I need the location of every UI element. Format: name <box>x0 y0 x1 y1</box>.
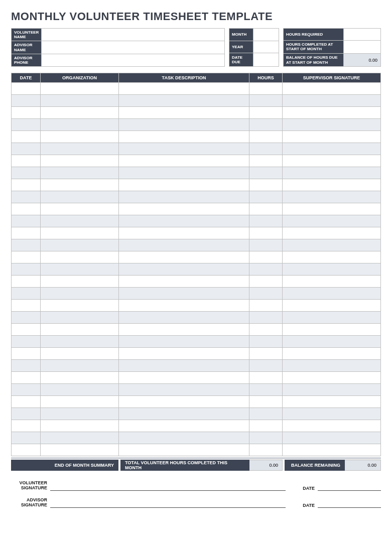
cell-input[interactable] <box>12 408 41 420</box>
cell-input[interactable] <box>41 360 119 372</box>
cell-input[interactable] <box>41 312 119 324</box>
cell-input[interactable] <box>41 155 119 167</box>
advisor-date-line[interactable] <box>318 501 381 508</box>
cell-input[interactable] <box>12 143 41 155</box>
cell-input[interactable] <box>41 239 119 251</box>
cell-input[interactable] <box>119 239 249 251</box>
cell-input[interactable] <box>12 324 41 336</box>
cell-input[interactable] <box>12 179 41 191</box>
cell-input[interactable] <box>283 131 381 143</box>
cell-input[interactable] <box>283 215 381 227</box>
cell-input[interactable] <box>283 119 381 131</box>
cell-input[interactable] <box>41 444 119 456</box>
advisor-name-input[interactable] <box>42 41 225 54</box>
cell-input[interactable] <box>41 251 119 263</box>
cell-input[interactable] <box>41 348 119 360</box>
hours-required-input[interactable] <box>344 29 381 41</box>
cell-input[interactable] <box>249 155 283 167</box>
cell-input[interactable] <box>119 83 249 95</box>
cell-input[interactable] <box>283 288 381 300</box>
cell-input[interactable] <box>12 420 41 432</box>
cell-input[interactable] <box>249 300 283 312</box>
cell-input[interactable] <box>12 83 41 95</box>
cell-input[interactable] <box>249 420 283 432</box>
cell-input[interactable] <box>283 300 381 312</box>
cell-input[interactable] <box>12 396 41 408</box>
cell-input[interactable] <box>283 107 381 119</box>
cell-input[interactable] <box>41 227 119 239</box>
cell-input[interactable] <box>119 203 249 215</box>
year-input[interactable] <box>253 41 279 53</box>
month-input[interactable] <box>253 29 279 41</box>
cell-input[interactable] <box>283 444 381 456</box>
cell-input[interactable] <box>119 444 249 456</box>
cell-input[interactable] <box>41 83 119 95</box>
cell-input[interactable] <box>249 372 283 384</box>
hours-completed-input[interactable] <box>344 40 381 53</box>
cell-input[interactable] <box>41 107 119 119</box>
cell-input[interactable] <box>119 384 249 396</box>
volunteer-date-line[interactable] <box>318 484 381 491</box>
cell-input[interactable] <box>12 348 41 360</box>
cell-input[interactable] <box>119 276 249 288</box>
cell-input[interactable] <box>283 348 381 360</box>
cell-input[interactable] <box>249 336 283 348</box>
cell-input[interactable] <box>283 167 381 179</box>
cell-input[interactable] <box>249 131 283 143</box>
cell-input[interactable] <box>119 179 249 191</box>
cell-input[interactable] <box>119 155 249 167</box>
cell-input[interactable] <box>12 227 41 239</box>
cell-input[interactable] <box>41 432 119 444</box>
cell-input[interactable] <box>12 432 41 444</box>
cell-input[interactable] <box>41 396 119 408</box>
cell-input[interactable] <box>249 432 283 444</box>
cell-input[interactable] <box>41 167 119 179</box>
cell-input[interactable] <box>12 155 41 167</box>
volunteer-name-input[interactable] <box>42 29 225 41</box>
cell-input[interactable] <box>12 131 41 143</box>
cell-input[interactable] <box>119 95 249 107</box>
cell-input[interactable] <box>41 95 119 107</box>
cell-input[interactable] <box>12 360 41 372</box>
cell-input[interactable] <box>283 227 381 239</box>
cell-input[interactable] <box>283 191 381 203</box>
cell-input[interactable] <box>119 348 249 360</box>
cell-input[interactable] <box>249 107 283 119</box>
cell-input[interactable] <box>119 300 249 312</box>
cell-input[interactable] <box>12 276 41 288</box>
cell-input[interactable] <box>283 83 381 95</box>
cell-input[interactable] <box>249 167 283 179</box>
cell-input[interactable] <box>41 143 119 155</box>
cell-input[interactable] <box>249 288 283 300</box>
cell-input[interactable] <box>119 372 249 384</box>
cell-input[interactable] <box>41 300 119 312</box>
cell-input[interactable] <box>119 420 249 432</box>
cell-input[interactable] <box>283 179 381 191</box>
cell-input[interactable] <box>119 360 249 372</box>
cell-input[interactable] <box>249 251 283 263</box>
volunteer-signature-line[interactable] <box>50 484 286 491</box>
cell-input[interactable] <box>283 276 381 288</box>
cell-input[interactable] <box>119 143 249 155</box>
cell-input[interactable] <box>12 312 41 324</box>
cell-input[interactable] <box>41 131 119 143</box>
cell-input[interactable] <box>12 95 41 107</box>
cell-input[interactable] <box>12 215 41 227</box>
cell-input[interactable] <box>119 312 249 324</box>
cell-input[interactable] <box>249 143 283 155</box>
cell-input[interactable] <box>283 312 381 324</box>
cell-input[interactable] <box>283 324 381 336</box>
cell-input[interactable] <box>41 324 119 336</box>
cell-input[interactable] <box>119 288 249 300</box>
cell-input[interactable] <box>119 215 249 227</box>
advisor-phone-input[interactable] <box>42 54 225 66</box>
cell-input[interactable] <box>119 107 249 119</box>
cell-input[interactable] <box>283 203 381 215</box>
cell-input[interactable] <box>41 420 119 432</box>
cell-input[interactable] <box>119 227 249 239</box>
cell-input[interactable] <box>41 191 119 203</box>
cell-input[interactable] <box>249 324 283 336</box>
cell-input[interactable] <box>249 203 283 215</box>
cell-input[interactable] <box>249 227 283 239</box>
cell-input[interactable] <box>41 408 119 420</box>
